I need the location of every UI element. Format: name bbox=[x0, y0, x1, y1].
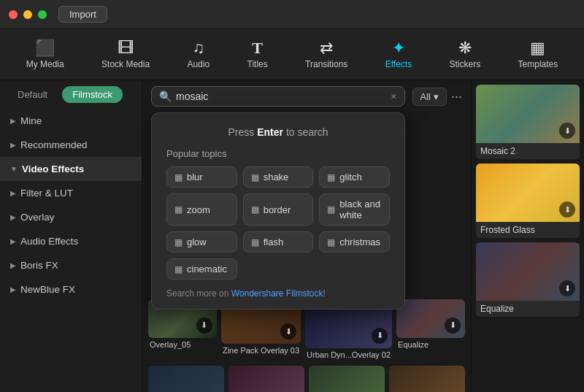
panel-frosted-thumb: ⬇ bbox=[476, 164, 580, 222]
topic-flash[interactable]: ▦ flash bbox=[243, 231, 314, 253]
download-equalize-icon[interactable]: ⬇ bbox=[445, 318, 461, 334]
nav-my-media-label: My Media bbox=[26, 59, 64, 69]
nav-titles[interactable]: T Titles bbox=[242, 37, 274, 72]
nav-audio-label: Audio bbox=[187, 59, 210, 69]
topic-christmas[interactable]: ▦ christmas bbox=[319, 231, 390, 253]
topics-grid: ▦ blur ▦ shake ▦ glitch ▦ zoom ▦ borde bbox=[166, 166, 390, 280]
tab-filmstock[interactable]: Filmstock bbox=[62, 86, 123, 103]
sidebar-item-newblue-fx-label: NewBlue FX bbox=[20, 284, 75, 295]
effect-equalize-thumb[interactable]: ⬇ bbox=[396, 299, 465, 338]
topic-glitch[interactable]: ▦ glitch bbox=[319, 166, 390, 188]
nav-effects[interactable]: ✦ Effects bbox=[380, 37, 418, 72]
effects-icon: ✦ bbox=[392, 40, 405, 56]
panel-equalize-label: Equalize bbox=[476, 301, 580, 317]
topic-christmas-label: christmas bbox=[339, 237, 380, 247]
panel-equalize[interactable]: ⬇ Equalize bbox=[476, 242, 580, 317]
chip-zoom-icon: ▦ bbox=[174, 204, 182, 215]
download-urbandyn-icon[interactable]: ⬇ bbox=[372, 328, 388, 344]
chip-border-icon: ▦ bbox=[251, 204, 259, 215]
transitions-icon: ⇄ bbox=[320, 40, 333, 56]
chevron-video-effects-icon: ▼ bbox=[10, 165, 18, 173]
effect-bottom2-thumb[interactable] bbox=[228, 366, 304, 392]
download-zinepack-icon[interactable]: ⬇ bbox=[280, 323, 296, 339]
nav-stickers[interactable]: ❋ Stickers bbox=[444, 37, 487, 72]
sidebar-item-newblue-fx[interactable]: ▶ NewBlue FX bbox=[0, 277, 142, 301]
topic-cinematic-label: cinematic bbox=[187, 264, 227, 274]
panel-equalize-thumb: ⬇ bbox=[476, 242, 580, 301]
panel-mosaic2[interactable]: ⬇ Mosaic 2 bbox=[476, 85, 580, 159]
nav-audio[interactable]: ♫ Audio bbox=[181, 37, 215, 72]
panel-mosaic2-label: Mosaic 2 bbox=[476, 143, 580, 159]
list-item: Effect 05 bbox=[148, 366, 224, 392]
templates-icon: ▦ bbox=[530, 40, 545, 56]
effect-bottom3-thumb[interactable] bbox=[309, 366, 385, 392]
download-equalize-panel-icon[interactable]: ⬇ bbox=[559, 280, 575, 296]
nav-templates-label: Templates bbox=[518, 59, 558, 69]
import-button[interactable]: Import bbox=[58, 6, 107, 23]
nav-titles-label: Titles bbox=[247, 59, 268, 69]
filter-all-label: All bbox=[420, 91, 431, 102]
download-overlay05-icon[interactable]: ⬇ bbox=[196, 318, 212, 334]
chip-glow-icon: ▦ bbox=[174, 237, 182, 247]
topic-glow[interactable]: ▦ glow bbox=[166, 231, 237, 253]
chevron-filter-icon: ▶ bbox=[10, 189, 16, 197]
topic-border[interactable]: ▦ border bbox=[243, 193, 314, 226]
chip-glitch-icon: ▦ bbox=[327, 172, 335, 182]
topic-flash-label: flash bbox=[264, 237, 283, 247]
chip-cinematic-icon: ▦ bbox=[174, 264, 182, 274]
sidebar-item-boris-fx[interactable]: ▶ Boris FX bbox=[0, 253, 142, 277]
filter-all-button[interactable]: All ▾ bbox=[412, 88, 447, 106]
close-button[interactable] bbox=[9, 10, 18, 19]
download-mosaic2-icon[interactable]: ⬇ bbox=[559, 123, 575, 139]
search-input[interactable] bbox=[176, 91, 386, 102]
effect-bottom1-thumb[interactable] bbox=[148, 366, 224, 392]
download-frosted-icon[interactable]: ⬇ bbox=[559, 201, 575, 218]
minimize-button[interactable] bbox=[23, 10, 32, 19]
right-panel: ⬇ Mosaic 2 ⬇ Frosted Glass ⬇ Equalize bbox=[471, 80, 584, 392]
topic-blur-label: blur bbox=[187, 172, 203, 182]
nav-my-media[interactable]: ⬛ My Media bbox=[20, 37, 70, 72]
nav-templates[interactable]: ▦ Templates bbox=[512, 37, 564, 72]
topic-zoom[interactable]: ▦ zoom bbox=[166, 193, 237, 226]
sidebar-item-recommended[interactable]: ▶ Recommended bbox=[0, 133, 142, 157]
topic-cinematic[interactable]: ▦ cinematic bbox=[166, 258, 237, 280]
panel-frosted-glass[interactable]: ⬇ Frosted Glass bbox=[476, 164, 580, 238]
sidebar-item-filter-lut[interactable]: ▶ Filter & LUT bbox=[0, 181, 142, 205]
nav-stock-media[interactable]: 🎞 Stock Media bbox=[96, 37, 155, 72]
effect-zinepack-label: Zine Pack Overlay 03 bbox=[221, 344, 301, 357]
filter-row: All ▾ ··· bbox=[412, 88, 462, 106]
list-item: Effect 07 bbox=[309, 366, 385, 392]
hint-enter-key: Enter bbox=[257, 126, 283, 138]
sidebar-item-video-effects[interactable]: ▼ Video Effects bbox=[0, 157, 142, 181]
nav-stock-media-label: Stock Media bbox=[101, 59, 150, 69]
topic-blur[interactable]: ▦ blur bbox=[166, 166, 237, 188]
topic-shake-label: shake bbox=[264, 172, 289, 182]
content-area: 🔍 × All ▾ ··· Press Enter to search Popu… bbox=[142, 80, 471, 392]
sidebar: Default Filmstock ▶ Mine ▶ Recommended ▼… bbox=[0, 80, 142, 392]
search-dropdown: Press Enter to search Popular topics ▦ b… bbox=[151, 112, 405, 310]
effect-bottom4-thumb[interactable] bbox=[389, 366, 465, 392]
stock-media-icon: 🎞 bbox=[118, 40, 134, 56]
panel-mosaic2-thumb: ⬇ bbox=[476, 85, 580, 143]
stickers-icon: ❋ bbox=[458, 40, 472, 56]
tab-default[interactable]: Default bbox=[7, 86, 58, 103]
more-options-button[interactable]: ··· bbox=[451, 89, 462, 104]
topic-black-and-white[interactable]: ▦ black and white bbox=[319, 193, 390, 226]
list-item: Effect 08 bbox=[389, 366, 465, 392]
chevron-boris-icon: ▶ bbox=[10, 261, 16, 269]
clear-search-icon[interactable]: × bbox=[391, 91, 396, 102]
sidebar-item-audio-effects[interactable]: ▶ Audio Effects bbox=[0, 229, 142, 253]
nav-transitions[interactable]: ⇄ Transitions bbox=[299, 37, 353, 72]
topic-zoom-label: zoom bbox=[187, 204, 210, 215]
sidebar-item-mine-label: Mine bbox=[20, 115, 42, 126]
search-box: 🔍 × bbox=[151, 86, 405, 107]
topic-shake[interactable]: ▦ shake bbox=[243, 166, 314, 188]
filmstock-link[interactable]: Wondershare Filmstock bbox=[231, 288, 323, 299]
sidebar-item-mine[interactable]: ▶ Mine bbox=[0, 109, 142, 133]
sidebar-item-overlay[interactable]: ▶ Overlay bbox=[0, 205, 142, 229]
titles-icon: T bbox=[252, 40, 263, 56]
effect-urbandyn-label: Urban Dyn...Overlay 02 bbox=[305, 348, 392, 361]
maximize-button[interactable] bbox=[38, 10, 47, 19]
filter-chevron-icon: ▾ bbox=[434, 91, 439, 102]
grid-row-2: Effect 05 Effect 06 Effect 07 Effect 08 bbox=[148, 366, 465, 392]
